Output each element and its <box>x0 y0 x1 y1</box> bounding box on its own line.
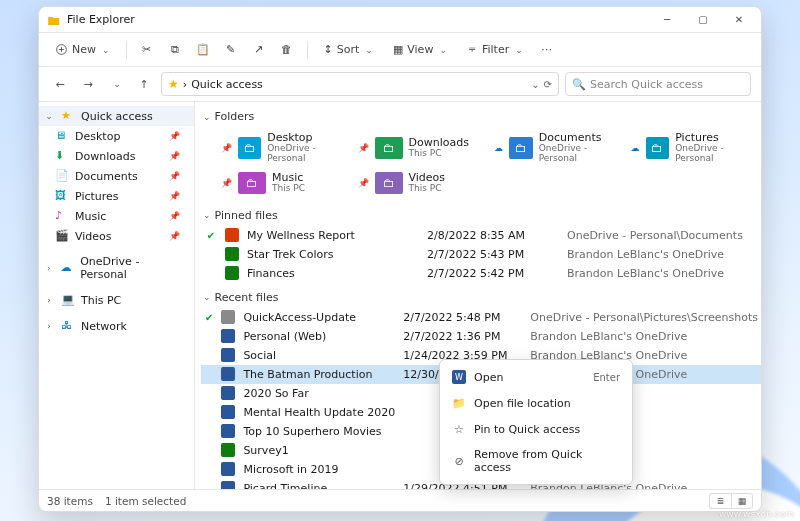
rename-button[interactable]: ✎ <box>219 39 243 60</box>
nav-recent-button[interactable] <box>105 73 127 95</box>
new-button[interactable]: New <box>47 39 118 60</box>
file-row[interactable]: Finances 2/7/2022 5:42 PM Brandon LeBlan… <box>201 264 755 283</box>
sidebar-item-quick-access[interactable]: ⌄ ★ Quick access <box>39 106 194 126</box>
chevron-right-icon: › <box>43 263 55 273</box>
star-remove-icon: ⊘ <box>452 454 466 468</box>
window-title: File Explorer <box>67 13 649 26</box>
file-explorer-window: File Explorer ─ ▢ ✕ New ✂ ⧉ 📋 ✎ ↗ 🗑 ↕ So… <box>38 6 762 512</box>
file-row[interactable]: Personal (Web) 2/7/2022 1:36 PM Brandon … <box>201 327 761 346</box>
file-type-icon <box>225 247 239 261</box>
file-row[interactable]: Star Trek Colors 2/7/2022 5:43 PM Brando… <box>201 245 755 264</box>
pin-icon: 📌 <box>169 171 180 181</box>
nav-forward-button[interactable]: → <box>77 73 99 95</box>
sidebar-item-videos[interactable]: 🎬 Videos 📌 <box>39 226 194 246</box>
file-location: Brandon LeBlanc's OneDrive <box>526 327 761 346</box>
file-date: 2/7/2022 5:43 PM <box>423 245 563 264</box>
sync-status-icon: ✔ <box>201 226 221 245</box>
folder-tile[interactable]: ☁ 🗀 Documents OneDrive - Personal <box>488 129 619 167</box>
file-type-icon <box>221 310 235 324</box>
sidebar-item-desktop[interactable]: 🖥 Desktop 📌 <box>39 126 194 146</box>
video-icon: 🎬 <box>55 229 69 243</box>
trash-icon: 🗑 <box>281 43 292 56</box>
file-row[interactable]: ✔ QuickAccess-Update 2/7/2022 5:48 PM On… <box>201 308 761 327</box>
paste-button[interactable]: 📋 <box>191 39 215 60</box>
folder-location: OneDrive - Personal <box>539 144 615 164</box>
chevron-down-icon[interactable]: ⌄ <box>531 79 539 90</box>
file-name: The Batman Production <box>239 365 399 384</box>
context-open-file-location[interactable]: 📁 Open file location <box>444 390 628 416</box>
section-header-recent[interactable]: ⌄ Recent files <box>201 287 755 308</box>
picture-icon: 🖼 <box>55 189 69 203</box>
cloud-icon: ☁ <box>494 143 503 153</box>
sidebar-item-documents[interactable]: 📄 Documents 📌 <box>39 166 194 186</box>
file-type-icon <box>221 329 235 343</box>
sync-status-icon <box>201 245 221 264</box>
chevron-right-icon: › <box>43 295 55 305</box>
sync-status-icon <box>201 346 217 365</box>
file-name: Personal (Web) <box>239 327 399 346</box>
word-icon: W <box>452 370 466 384</box>
sync-status-icon <box>201 365 217 384</box>
folder-location: OneDrive - Personal <box>267 144 341 164</box>
file-name: 2020 So Far <box>239 384 399 403</box>
minimize-button[interactable]: ─ <box>649 7 685 33</box>
sync-status-icon <box>201 327 217 346</box>
context-pin-quick-access[interactable]: ☆ Pin to Quick access <box>444 416 628 442</box>
context-remove-quick-access[interactable]: ⊘ Remove from Quick access <box>444 442 628 480</box>
address-bar[interactable]: ★ › Quick access ⌄ ⟳ <box>161 72 559 96</box>
command-toolbar: New ✂ ⧉ 📋 ✎ ↗ 🗑 ↕ Sort ▦ View ⫧ Filter ⋯ <box>39 33 761 67</box>
rename-icon: ✎ <box>226 43 235 56</box>
view-large-icons-button[interactable]: ▦ <box>731 493 753 509</box>
folder-location: This PC <box>409 149 469 159</box>
file-name: Microsoft in 2019 <box>239 460 399 479</box>
chevron-right-icon: › <box>43 321 55 331</box>
share-button[interactable]: ↗ <box>247 39 271 60</box>
sidebar-item-this-pc[interactable]: › 💻 This PC <box>39 290 194 310</box>
folder-tile[interactable]: 📌 🗀 Videos This PC <box>352 169 483 197</box>
more-button[interactable]: ⋯ <box>535 39 559 60</box>
delete-button[interactable]: 🗑 <box>275 39 299 60</box>
file-date: 2/8/2022 8:35 AM <box>423 226 563 245</box>
filter-button[interactable]: ⫧ Filter <box>459 39 531 60</box>
section-header-pinned[interactable]: ⌄ Pinned files <box>201 205 755 226</box>
sidebar-item-onedrive[interactable]: › ☁ OneDrive - Personal <box>39 252 194 284</box>
sidebar-item-network[interactable]: › 🖧 Network <box>39 316 194 336</box>
view-switcher: ≣ ▦ <box>709 493 753 509</box>
folder-tile[interactable]: ☁ 🗀 Pictures OneDrive - Personal <box>625 129 756 167</box>
status-item-count: 38 items <box>47 495 93 507</box>
plus-circle-icon <box>55 43 68 56</box>
cut-button[interactable]: ✂ <box>135 39 159 60</box>
status-selected-count: 1 item selected <box>105 495 186 507</box>
sidebar-item-pictures[interactable]: 🖼 Pictures 📌 <box>39 186 194 206</box>
music-icon: ♪ <box>55 209 69 223</box>
folder-location: OneDrive - Personal <box>675 144 751 164</box>
folder-icon: 🗀 <box>646 137 670 159</box>
copy-icon: ⧉ <box>171 43 179 56</box>
copy-button[interactable]: ⧉ <box>163 39 187 60</box>
desktop-icon: 🖥 <box>55 129 69 143</box>
nav-back-button[interactable]: ← <box>49 73 71 95</box>
section-header-folders[interactable]: ⌄ Folders <box>201 106 755 127</box>
sort-button[interactable]: ↕ Sort <box>316 39 381 60</box>
nav-up-button[interactable]: ↑ <box>133 73 155 95</box>
folder-tile[interactable]: 📌 🗀 Desktop OneDrive - Personal <box>215 129 346 167</box>
maximize-button[interactable]: ▢ <box>685 7 721 33</box>
sidebar-item-downloads[interactable]: ⬇ Downloads 📌 <box>39 146 194 166</box>
file-name: Star Trek Colors <box>243 245 423 264</box>
view-details-button[interactable]: ≣ <box>709 493 731 509</box>
search-input[interactable]: 🔍 Search Quick access <box>565 72 751 96</box>
pin-icon: 📌 <box>358 178 369 188</box>
context-open[interactable]: W Open Enter <box>444 364 628 390</box>
chevron-down-icon: ⌄ <box>203 112 211 122</box>
file-row[interactable]: ✔ My Wellness Report 2/8/2022 8:35 AM On… <box>201 226 755 245</box>
refresh-icon[interactable]: ⟳ <box>544 79 552 90</box>
sort-icon: ↕ <box>324 43 333 56</box>
file-name: Picard Timeline <box>239 479 399 489</box>
breadcrumb[interactable]: Quick access <box>191 78 263 91</box>
folder-tile[interactable]: 📌 🗀 Music This PC <box>215 169 346 197</box>
close-button[interactable]: ✕ <box>721 7 757 33</box>
view-button[interactable]: ▦ View <box>385 39 455 60</box>
folder-tile[interactable]: 📌 🗀 Downloads This PC <box>352 129 483 167</box>
sidebar-item-music[interactable]: ♪ Music 📌 <box>39 206 194 226</box>
share-icon: ↗ <box>254 43 263 56</box>
